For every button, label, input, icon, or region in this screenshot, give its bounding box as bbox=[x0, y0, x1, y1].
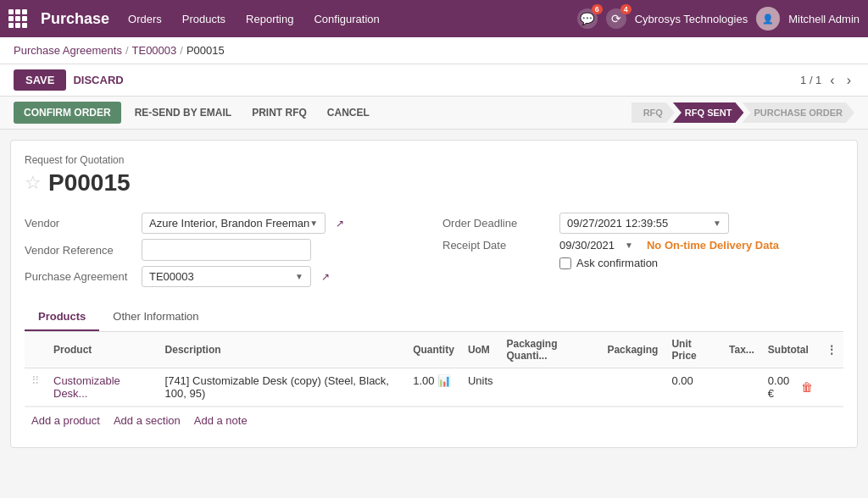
save-button[interactable]: SAVE bbox=[14, 69, 66, 91]
menu-orders[interactable]: Orders bbox=[120, 9, 170, 29]
action-bar: SAVE DISCARD 1 / 1 ‹ › bbox=[0, 64, 868, 97]
top-menu: Orders Products Reporting Configuration bbox=[120, 9, 572, 29]
drag-handle[interactable]: ⠿ bbox=[25, 368, 47, 407]
col-drag bbox=[25, 332, 47, 368]
quantity-cell[interactable]: 1.00 📊 bbox=[406, 368, 461, 407]
breadcrumb-te00003[interactable]: TE00003 bbox=[132, 44, 177, 57]
tab-other-information[interactable]: Other Information bbox=[99, 303, 212, 331]
breadcrumb-sep-1: / bbox=[125, 44, 129, 57]
tab-products[interactable]: Products bbox=[25, 303, 99, 331]
receipt-date-row: Receipt Date 09/30/2021 ▼ No On-time Del… bbox=[442, 236, 843, 254]
product-link[interactable]: Customizable Desk... bbox=[53, 374, 120, 400]
delete-row-icon[interactable]: 🗑 bbox=[801, 380, 813, 394]
status-purchase-order[interactable]: PURCHASE ORDER bbox=[742, 102, 854, 123]
chart-icon[interactable]: 📊 bbox=[437, 374, 451, 387]
confirm-order-button[interactable]: CONFIRM ORDER bbox=[14, 102, 121, 124]
col-packaging: Packaging bbox=[600, 332, 665, 368]
col-unit-price: Unit Price bbox=[665, 332, 722, 368]
add-note-link[interactable]: Add a note bbox=[194, 414, 248, 427]
purchase-agreement-value: TE00003 bbox=[149, 270, 194, 283]
menu-configuration[interactable]: Configuration bbox=[305, 9, 387, 29]
breadcrumb-sep-2: / bbox=[180, 44, 183, 57]
topnav-right: 💬 6 ⟳ 4 Cybrosys Technologies 👤 Mitchell… bbox=[577, 7, 860, 30]
vendor-ref-row: Vendor Reference bbox=[25, 236, 426, 263]
status-rfq-sent[interactable]: RFQ SENT bbox=[673, 102, 744, 123]
order-deadline-row: Order Deadline 09/27/2021 12:39:55 ▼ bbox=[442, 210, 843, 236]
company-name: Cybrosys Technologies bbox=[635, 13, 748, 25]
pagination: 1 / 1 ‹ › bbox=[800, 71, 854, 90]
messages-badge[interactable]: 💬 6 bbox=[577, 8, 598, 29]
rfq-label: Request for Quotation bbox=[25, 154, 843, 166]
ask-confirmation-checkbox[interactable] bbox=[559, 257, 571, 269]
user-avatar[interactable]: 👤 bbox=[756, 7, 780, 30]
no-delivery-label: No On-time Delivery Data bbox=[647, 239, 779, 252]
col-quantity: Quantity bbox=[406, 332, 461, 368]
top-navigation: Purchase Orders Products Reporting Confi… bbox=[0, 0, 868, 37]
add-product-link[interactable]: Add a product bbox=[31, 414, 100, 427]
app-name: Purchase bbox=[41, 10, 109, 28]
tax-cell bbox=[722, 368, 761, 407]
resend-email-button[interactable]: RE-SEND BY EMAIL bbox=[128, 102, 238, 124]
packaging-qty-cell bbox=[500, 368, 601, 407]
vendor-input[interactable]: Azure Interior, Brandon Freeman ▼ bbox=[142, 213, 326, 234]
rd-dropdown-arrow: ▼ bbox=[625, 241, 633, 250]
status-rfq[interactable]: RFQ bbox=[632, 102, 675, 123]
user-name: Mitchell Admin bbox=[788, 13, 860, 25]
order-deadline-label: Order Deadline bbox=[442, 217, 553, 230]
od-dropdown-arrow: ▼ bbox=[713, 219, 721, 228]
activity-badge[interactable]: ⟳ 4 bbox=[606, 8, 626, 29]
messages-count: 6 bbox=[592, 4, 603, 14]
col-tax: Tax... bbox=[722, 332, 761, 368]
pagination-prev[interactable]: ‹ bbox=[826, 71, 837, 90]
status-pipeline: RFQ RFQ SENT PURCHASE ORDER bbox=[632, 102, 854, 123]
packaging-cell bbox=[600, 368, 665, 407]
vendor-ref-input[interactable] bbox=[142, 239, 311, 261]
doc-action-bar: CONFIRM ORDER RE-SEND BY EMAIL PRINT RFQ… bbox=[0, 97, 868, 130]
print-rfq-button[interactable]: PRINT RFQ bbox=[245, 102, 314, 124]
vendor-dropdown-arrow: ▼ bbox=[309, 219, 318, 228]
star-icon[interactable]: ☆ bbox=[25, 172, 42, 194]
col-actions: ⋮ bbox=[820, 332, 843, 368]
uom-cell: Units bbox=[461, 368, 500, 407]
ask-confirmation-row: Ask confirmation bbox=[442, 254, 843, 272]
discard-button[interactable]: DISCARD bbox=[73, 74, 123, 86]
ask-confirmation-checkbox-row: Ask confirmation bbox=[559, 257, 658, 269]
menu-reporting[interactable]: Reporting bbox=[237, 9, 302, 29]
cancel-button[interactable]: CANCEL bbox=[320, 102, 376, 124]
breadcrumb: Purchase Agreements / TE00003 / P00015 bbox=[0, 37, 868, 64]
apps-icon[interactable] bbox=[8, 9, 27, 28]
breadcrumb-purchase-agreements[interactable]: Purchase Agreements bbox=[14, 44, 122, 57]
main-content: Request for Quotation ☆ P00015 Vendor Az… bbox=[0, 130, 868, 498]
subtotal-value: 0.00 € bbox=[768, 374, 798, 400]
purchase-agreement-row: Purchase Agreement TE00003 ▼ ↗ bbox=[25, 263, 426, 290]
order-deadline-input[interactable]: 09/27/2021 12:39:55 ▼ bbox=[559, 213, 729, 234]
col-subtotal: Subtotal bbox=[761, 332, 820, 368]
form-left: Vendor Azure Interior, Brandon Freeman ▼… bbox=[25, 210, 426, 290]
form-card: Request for Quotation ☆ P00015 Vendor Az… bbox=[10, 140, 858, 448]
quantity-value: 1.00 bbox=[413, 374, 434, 387]
form-grid: Vendor Azure Interior, Brandon Freeman ▼… bbox=[25, 210, 843, 290]
purchase-agreement-input[interactable]: TE00003 ▼ bbox=[142, 266, 311, 287]
tabs-bar: Products Other Information bbox=[25, 303, 843, 332]
pagination-text: 1 / 1 bbox=[800, 74, 821, 86]
col-product: Product bbox=[47, 332, 159, 368]
pa-external-link[interactable]: ↗ bbox=[321, 271, 330, 283]
vendor-external-link[interactable]: ↗ bbox=[336, 218, 344, 230]
vendor-ref-label: Vendor Reference bbox=[25, 244, 135, 257]
products-table: Product Description Quantity UoM Packagi… bbox=[25, 332, 843, 407]
menu-products[interactable]: Products bbox=[174, 9, 234, 29]
breadcrumb-current: P00015 bbox=[186, 44, 225, 57]
pagination-next[interactable]: › bbox=[843, 71, 854, 90]
unit-price-cell: 0.00 bbox=[665, 368, 722, 407]
row-actions-cell bbox=[820, 368, 843, 407]
col-description: Description bbox=[159, 332, 407, 368]
rfq-number: P00015 bbox=[48, 169, 131, 196]
activity-count: 4 bbox=[620, 4, 632, 14]
add-section-link[interactable]: Add a section bbox=[114, 414, 181, 427]
vendor-label: Vendor bbox=[25, 217, 135, 230]
description-cell: [741] Customizable Desk (copy) (Steel, B… bbox=[159, 368, 407, 407]
purchase-agreement-label: Purchase Agreement bbox=[25, 270, 135, 283]
description-value: [741] Customizable Desk (copy) (Steel, B… bbox=[165, 374, 389, 400]
vendor-row: Vendor Azure Interior, Brandon Freeman ▼… bbox=[25, 210, 426, 236]
rfq-title-row: ☆ P00015 bbox=[25, 169, 843, 196]
